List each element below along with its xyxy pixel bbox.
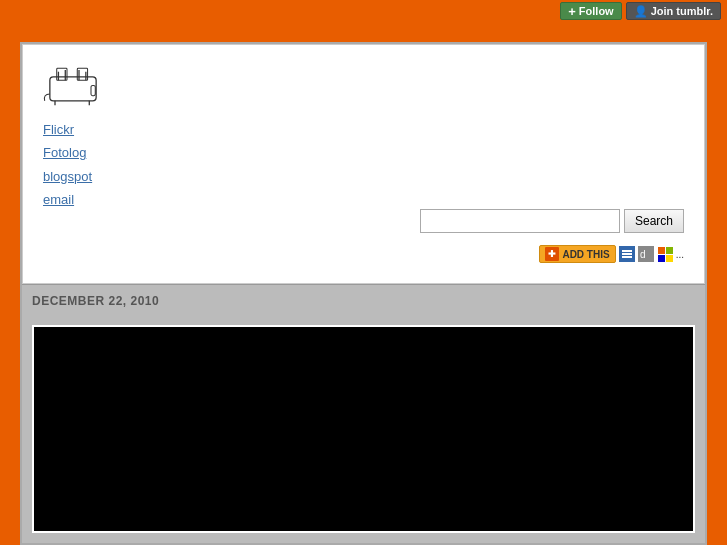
- svg-rect-11: [622, 250, 632, 252]
- svg-rect-12: [622, 253, 632, 255]
- digg-icon[interactable]: d: [638, 246, 654, 262]
- svg-rect-18: [658, 255, 665, 262]
- search-button[interactable]: Search: [624, 209, 684, 233]
- addthis-logo-icon: ✚: [545, 247, 559, 261]
- delicious-icon[interactable]: [619, 246, 635, 262]
- search-area: Search: [420, 209, 684, 233]
- logo-area: Flickr Fotolog blogspot email: [43, 60, 684, 212]
- share-bar: ✚ ADD THIS d: [539, 245, 684, 263]
- post-image-container: [32, 325, 695, 533]
- follow-label: Follow: [579, 5, 614, 17]
- svg-rect-16: [658, 247, 665, 254]
- date-section: DECEMBER 22, 2010: [22, 284, 705, 315]
- nav-link-flickr[interactable]: Flickr: [43, 118, 74, 141]
- follow-button[interactable]: + Follow: [560, 2, 621, 20]
- addthis-label: ADD THIS: [562, 249, 609, 260]
- join-button[interactable]: 👤 Join tumblr.: [626, 2, 721, 20]
- person-icon: 👤: [634, 5, 648, 18]
- toaster-icon: [43, 60, 103, 110]
- windows-icon[interactable]: [657, 246, 673, 262]
- topbar: + Follow 👤 Join tumblr.: [0, 0, 727, 22]
- svg-rect-19: [666, 255, 673, 262]
- svg-text:d: d: [640, 249, 646, 260]
- addthis-button[interactable]: ✚ ADD THIS: [539, 245, 615, 263]
- search-input[interactable]: [420, 209, 620, 233]
- main-wrapper: Flickr Fotolog blogspot email Search ✚ A…: [0, 22, 727, 545]
- nav-link-email[interactable]: email: [43, 188, 74, 211]
- join-label: Join tumblr.: [651, 5, 713, 17]
- outer-container: Flickr Fotolog blogspot email Search ✚ A…: [20, 42, 707, 545]
- header-panel: Flickr Fotolog blogspot email Search ✚ A…: [22, 44, 705, 284]
- nav-link-blogspot[interactable]: blogspot: [43, 165, 92, 188]
- svg-rect-17: [666, 247, 673, 254]
- inner-layout: Flickr Fotolog blogspot email Search ✚ A…: [22, 44, 705, 543]
- svg-rect-13: [622, 256, 632, 258]
- plus-icon: +: [568, 5, 576, 18]
- more-icons-ellipsis: ...: [676, 249, 684, 260]
- date-label: DECEMBER 22, 2010: [32, 294, 159, 308]
- nav-link-fotolog[interactable]: Fotolog: [43, 141, 86, 164]
- svg-rect-7: [91, 85, 95, 95]
- post-area: [22, 315, 705, 543]
- post-image-black: [34, 327, 693, 531]
